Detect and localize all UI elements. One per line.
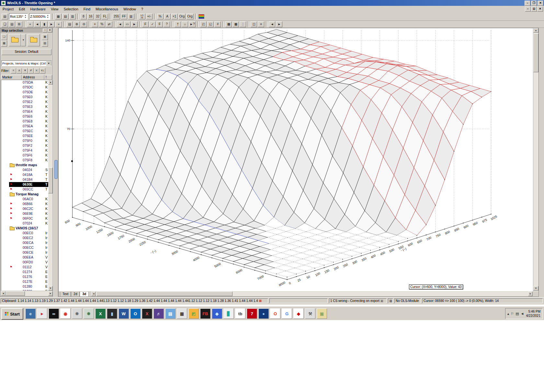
session-button[interactable]: Session: Default — [2, 49, 51, 55]
map-row[interactable]: 075E0K — [1, 95, 49, 99]
map-row[interactable]: 00EC0Ir — [1, 231, 49, 236]
toolbar2-button[interactable]: ► — [276, 21, 282, 27]
mdi-restore-button[interactable]: ⊡ — [531, 6, 537, 12]
open-project-button[interactable] — [9, 34, 21, 46]
map-row[interactable]: ⚑01112V — [1, 265, 49, 270]
toolbar2-button[interactable]: ►? — [189, 21, 196, 27]
map-row[interactable]: 075EEK — [1, 133, 49, 138]
toolbar2-button[interactable]: ▩ — [225, 21, 232, 27]
map-selection-titlebar[interactable]: Map selection □✕ — [0, 28, 53, 33]
toolbar2-button[interactable]: # — [214, 21, 221, 27]
zoom-field[interactable]: Z:50000% ▲▼ — [29, 13, 50, 20]
toolbar1-button[interactable]: Org — [186, 14, 194, 19]
taskbar-icon[interactable]: ❋ — [72, 308, 82, 319]
toolbar1-button[interactable]: ▦ — [55, 14, 62, 19]
plot-vscrollbar[interactable]: ▲ ▼ — [533, 28, 538, 291]
toolbar2-button[interactable]: ? — [164, 21, 170, 27]
open-dropdown-button[interactable]: ▾ — [21, 34, 26, 46]
panel-restore-button[interactable]: □ — [43, 29, 47, 32]
map-row[interactable]: 00EC2Ir — [1, 236, 49, 240]
scroll-left-icon[interactable]: ◄ — [1, 291, 6, 296]
app-menu-icon[interactable]: ▤ — [2, 14, 8, 19]
map-row[interactable]: 00ECAIr — [1, 240, 49, 245]
taskbar-icon[interactable]: O — [130, 308, 141, 319]
toolbar1-button[interactable]: ▤ — [62, 14, 69, 19]
rotation-spinner[interactable]: ▲▼ — [24, 14, 27, 19]
taskbar-icon[interactable]: ◩ — [188, 308, 199, 319]
toolbar2-button[interactable]: † — [175, 21, 181, 27]
taskbar-icon[interactable]: ● — [258, 308, 269, 319]
taskbar-icon[interactable]: ❋ — [84, 308, 94, 319]
taskbar-icon[interactable]: ◆ — [212, 308, 222, 319]
scroll-thumb[interactable] — [48, 167, 53, 193]
taskbar-icon[interactable]: FB — [200, 308, 210, 319]
scroll-up-icon[interactable]: ▲ — [533, 28, 538, 33]
taskbar-icon[interactable]: 7 — [247, 308, 257, 319]
panel-splitter[interactable] — [53, 28, 58, 297]
menu-item-edit[interactable]: Edit — [16, 6, 28, 12]
toolbar2-button[interactable]: F — [156, 21, 163, 27]
map-row[interactable]: 075DCK — [1, 85, 49, 90]
view-mode-b-button[interactable]: ▨ — [42, 40, 48, 47]
toolbar1-button[interactable]: ▥ — [69, 14, 76, 19]
filter-button[interactable]: ≡ — [11, 68, 16, 74]
taskbar-clock[interactable]: 5:46 PM 4/22/2021 — [526, 309, 541, 318]
toolbar1-button[interactable]: ×1 — [171, 14, 178, 19]
menu-item-[interactable]: ? — [139, 6, 146, 12]
toolbar1-button[interactable]: +/- — [146, 14, 153, 19]
map-row[interactable]: 00ECEIr — [1, 250, 49, 255]
toolbar1-button[interactable]: A — [164, 14, 171, 19]
map-row[interactable]: ⚑041B4T — [1, 177, 49, 182]
tray-icon[interactable]: ▤ — [516, 312, 519, 316]
taskbar-icon[interactable]: ▊ — [223, 308, 234, 319]
scroll-down-icon[interactable]: ▼ — [533, 286, 538, 291]
toolbar2-button[interactable]: ► — [131, 21, 138, 27]
filter-button[interactable]: KL — [40, 68, 45, 74]
map-row[interactable]: 0127EE — [1, 279, 49, 284]
toolbar1-button[interactable]: FF — [121, 14, 127, 19]
scroll-thumb[interactable] — [533, 33, 538, 72]
color-scale-icon[interactable] — [198, 14, 204, 19]
splitter-handle[interactable] — [54, 160, 58, 179]
tray-icon[interactable]: ◄ — [521, 312, 524, 316]
view-tab-text[interactable]: Text — [60, 292, 71, 297]
map-row[interactable]: 075F2K — [1, 143, 49, 148]
tray-icon[interactable]: ⚐ — [511, 312, 514, 316]
menu-item-hardware[interactable]: Hardware — [28, 6, 48, 12]
toolbar2-button[interactable]: ⊕ — [74, 21, 80, 27]
maximize-button[interactable]: ❐ — [531, 1, 537, 6]
map-folder-row[interactable]: throttle maps — [1, 163, 49, 167]
toolbar1-button[interactable]: ▥ — [128, 14, 134, 19]
rotation-field[interactable]: Rot:135° ▲▼ — [9, 13, 28, 20]
map-row[interactable]: 075DAK — [1, 80, 49, 85]
map-folder-row[interactable]: VANOS (16/17 — [1, 226, 49, 231]
menu-item-miscellaneous[interactable]: Miscellaneous — [93, 6, 121, 12]
toolbar2-button[interactable]: ◫ — [251, 21, 257, 27]
panel-close-button[interactable]: ✕ — [48, 29, 52, 32]
taskbar-icon[interactable]: ◆ — [293, 308, 304, 319]
map-row[interactable]: 01280E — [1, 284, 49, 289]
filter-button[interactable]: A — [17, 68, 22, 74]
plot-hscrollbar[interactable]: ◄ ► — [91, 292, 533, 296]
menu-item-project[interactable]: Project — [0, 6, 16, 12]
filter-button[interactable]: ▼ — [22, 68, 28, 74]
column-header-marker[interactable]: Marker — [1, 75, 22, 80]
toolbar2-button[interactable]: « — [27, 21, 33, 27]
map-row[interactable]: 01282E — [1, 289, 49, 291]
map-row[interactable]: 00ECCIr — [1, 245, 49, 250]
taskbar-icon[interactable]: ▤ — [165, 308, 176, 319]
view-tab-3d[interactable]: 3d — [80, 292, 89, 297]
projects-maps-combo[interactable]: Projects, Versions & Maps: (Ctrl ▼ — [1, 61, 52, 66]
import-button[interactable] — [28, 34, 40, 46]
new-project-button[interactable]: ❏ — [1, 34, 7, 40]
taskbar-icon[interactable]: X — [95, 308, 106, 319]
toolbar1-button[interactable]: 32 — [95, 14, 101, 19]
toolbar1-button[interactable]: 8 — [80, 14, 87, 19]
taskbar-icon[interactable]: ∞ — [49, 308, 59, 319]
taskbar-icon[interactable]: W — [119, 308, 129, 319]
map-row[interactable]: 075F8K — [1, 158, 49, 163]
map-row[interactable]: 075ECK — [1, 129, 49, 133]
save-button[interactable]: ▦ — [1, 40, 7, 47]
toolbar2-button[interactable]: F — [142, 21, 149, 27]
map-row[interactable]: 075F0K — [1, 138, 49, 143]
